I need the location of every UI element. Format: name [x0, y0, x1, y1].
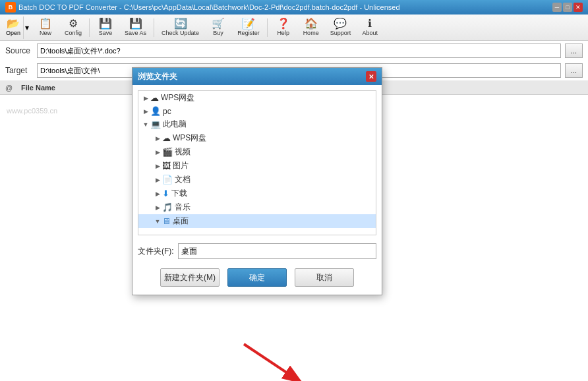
expand-icon: ▼: [141, 121, 150, 128]
source-browse-button[interactable]: ...: [565, 44, 583, 58]
maximize-button[interactable]: □: [563, 3, 572, 12]
tree-label: 视频: [175, 146, 191, 158]
titlebar: B Batch DOC TO PDF Converter - C:\Users\…: [0, 0, 588, 15]
separator-2: [154, 18, 154, 37]
dialog-close-button[interactable]: ✕: [366, 71, 376, 82]
expand-icon: ▶: [153, 190, 162, 197]
tree-label: 图片: [173, 160, 189, 171]
music-icon: 🎵: [162, 202, 173, 212]
tree-label: 此电脑: [163, 119, 187, 130]
red-arrow-indicator: [224, 337, 330, 381]
person-icon: 👤: [150, 106, 161, 116]
open-dropdown-arrow[interactable]: ▾: [23, 16, 30, 39]
separator-1: [89, 18, 90, 37]
separator-3: [267, 18, 268, 37]
home-button[interactable]: 🏠 Home: [298, 16, 324, 39]
folder-label: 文件夹(F):: [138, 246, 174, 257]
video-icon: 🎬: [162, 147, 173, 157]
about-button[interactable]: ℹ About: [357, 16, 383, 39]
computer-icon: 💻: [150, 119, 161, 129]
dialog-title: 浏览文件夹: [138, 71, 366, 82]
tree-item-pc[interactable]: ▶ 👤 pc: [138, 105, 376, 117]
main-area: Source ... Target ... @ File Name www.pc…: [0, 41, 588, 381]
register-icon: 📝: [242, 18, 255, 29]
target-label: Target: [5, 66, 33, 75]
expand-icon: ▶: [153, 204, 162, 211]
expand-icon: ▶: [153, 163, 162, 169]
watermark: www.pc0359.cn: [7, 107, 57, 115]
home-icon: 🏠: [305, 18, 318, 29]
expand-icon: ▶: [141, 108, 150, 115]
folder-icon: ☁: [150, 93, 159, 103]
config-button[interactable]: ⚙ Config: [60, 16, 86, 39]
save-icon: 💾: [99, 18, 112, 29]
tree-item-video[interactable]: ▶ 🎬 视频: [138, 145, 376, 159]
tree-label: 桌面: [173, 216, 189, 227]
source-label: Source: [5, 46, 33, 55]
ok-button[interactable]: 确定: [227, 268, 287, 287]
tree-label: 下载: [171, 188, 187, 199]
config-icon: ⚙: [69, 18, 78, 29]
buy-icon: 🛒: [212, 18, 225, 29]
cloud-icon: ☁: [162, 133, 171, 143]
register-button[interactable]: 📝 Register: [233, 16, 264, 39]
tree-label: 音乐: [175, 202, 191, 213]
filename-column-header: File Name: [21, 84, 55, 92]
folder-tree[interactable]: ▶ ☁ WPS网盘 ▶ 👤 pc ▼ 💻 此电脑 ▶ ☁ WPS网盘 ▶ �: [138, 90, 376, 235]
save-as-icon: 💾: [129, 18, 142, 29]
dialog-titlebar: 浏览文件夹 ✕: [132, 68, 382, 85]
save-as-button[interactable]: 💾 Save As: [120, 16, 151, 39]
new-button[interactable]: 📋 New: [32, 16, 59, 39]
save-button[interactable]: 💾 Save: [92, 16, 119, 39]
source-input[interactable]: [37, 44, 561, 58]
dialog-button-row: 新建文件夹(M) 确定 取消: [132, 262, 382, 295]
pictures-icon: 🖼: [162, 161, 171, 171]
expand-icon: ▼: [153, 218, 162, 225]
downloads-icon: ⬇: [162, 189, 169, 198]
support-icon: 💬: [334, 18, 347, 29]
documents-icon: 📄: [162, 175, 173, 185]
support-button[interactable]: 💬 Support: [326, 16, 356, 39]
check-update-icon: 🔄: [174, 18, 187, 29]
open-main[interactable]: 📂 Open: [3, 16, 23, 39]
tree-label: pc: [163, 107, 171, 116]
help-button[interactable]: ❓ Help: [270, 16, 297, 39]
app-icon: B: [5, 2, 16, 13]
tree-label: WPS网盘: [161, 92, 194, 103]
tree-label: 文档: [175, 174, 191, 185]
desktop-icon: 🖥: [162, 216, 171, 226]
tree-item-desktop[interactable]: ▼ 🖥 桌面: [138, 214, 376, 228]
folder-path-row: 文件夹(F):: [132, 241, 382, 262]
help-icon: ❓: [277, 18, 290, 29]
open-icon: 📂: [7, 18, 20, 29]
new-icon: 📋: [39, 18, 52, 29]
expand-icon: ▶: [153, 149, 162, 156]
tree-item-this-pc[interactable]: ▼ 💻 此电脑: [138, 117, 376, 131]
tree-item-music[interactable]: ▶ 🎵 音乐: [138, 200, 376, 214]
at-column-header: @: [5, 84, 18, 92]
source-row: Source ...: [0, 41, 588, 61]
folder-input[interactable]: [178, 243, 376, 259]
close-button[interactable]: ✕: [573, 3, 583, 12]
buy-button[interactable]: 🛒 Buy: [205, 16, 231, 39]
tree-item-documents[interactable]: ▶ 📄 文档: [138, 173, 376, 187]
window-title: Batch DOC TO PDF Converter - C:\Users\pc…: [18, 3, 552, 11]
tree-item-downloads[interactable]: ▶ ⬇ 下载: [138, 187, 376, 200]
open-button[interactable]: 📂 Open ▾: [3, 16, 31, 39]
tree-item-pictures[interactable]: ▶ 🖼 图片: [138, 159, 376, 173]
minimize-button[interactable]: ─: [552, 3, 562, 12]
new-folder-button[interactable]: 新建文件夹(M): [160, 268, 220, 287]
toolbar: 📂 Open ▾ 📋 New ⚙ Config 💾 Save 💾 Save As…: [0, 15, 588, 41]
check-update-button[interactable]: 🔄 Check Update: [157, 16, 204, 39]
expand-icon: ▶: [153, 177, 162, 183]
expand-icon: ▶: [153, 135, 162, 142]
tree-item-wps2[interactable]: ▶ ☁ WPS网盘: [138, 131, 376, 145]
cancel-button[interactable]: 取消: [295, 268, 354, 287]
about-icon: ℹ: [368, 18, 372, 29]
tree-item-wps1[interactable]: ▶ ☁ WPS网盘: [138, 91, 376, 105]
tree-label: WPS网盘: [173, 132, 206, 144]
browse-folder-dialog: 浏览文件夹 ✕ ▶ ☁ WPS网盘 ▶ 👤 pc ▼ 💻 此电脑 ▶: [132, 67, 382, 295]
target-browse-button[interactable]: ...: [565, 63, 583, 78]
window-controls: ─ □ ✕: [552, 3, 583, 12]
expand-icon: ▶: [141, 95, 150, 102]
